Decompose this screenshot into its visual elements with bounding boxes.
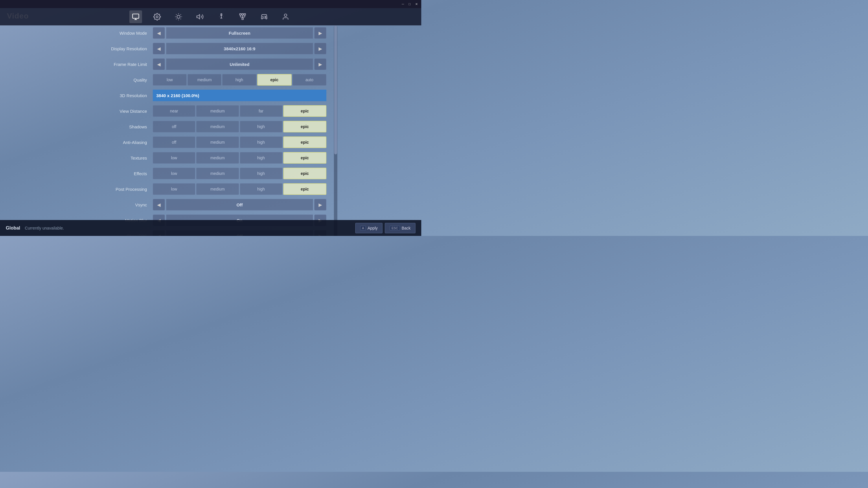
textures-btns-high-button[interactable]: high	[240, 152, 282, 164]
frame-rate-limit-label: Frame Rate Limit	[89, 62, 153, 67]
shadows-row: Shadows offmediumhighepic	[89, 119, 327, 134]
minimize-button[interactable]: ─	[401, 2, 405, 6]
maximize-button[interactable]: □	[407, 2, 412, 6]
quality-btns-epic-button[interactable]: epic	[257, 74, 292, 86]
nav-network[interactable]	[237, 10, 249, 23]
scrollbar[interactable]	[334, 26, 337, 236]
view-distance-btns-near-button[interactable]: near	[153, 105, 195, 117]
svg-line-11	[176, 19, 177, 19]
bottom-right: A Apply ESC Back	[355, 223, 415, 233]
quality-control: lowmediumhighepicauto	[153, 74, 327, 86]
view-distance-btns-far-button[interactable]: far	[240, 105, 282, 117]
textures-label: Textures	[89, 156, 153, 160]
frame-rate-limit-prev[interactable]: ◀	[153, 58, 165, 70]
anti-aliasing-btns-high-button[interactable]: high	[240, 136, 282, 148]
display-resolution-prev[interactable]: ◀	[153, 43, 165, 54]
svg-rect-16	[242, 13, 243, 15]
svg-point-14	[221, 13, 222, 15]
window-mode-prev[interactable]: ◀	[153, 27, 165, 39]
quality-label: Quality	[89, 77, 153, 83]
display-resolution-label: Display Resolution	[89, 46, 153, 51]
apply-button[interactable]: A Apply	[355, 223, 382, 233]
effects-btns-medium-button[interactable]: medium	[196, 168, 239, 179]
view-distance-btns-epic-button[interactable]: epic	[283, 105, 327, 117]
effects-btns-epic-button[interactable]: epic	[283, 168, 327, 179]
quality-btns-low-button[interactable]: low	[153, 74, 187, 86]
window-mode-row: Window Mode ◀ Fullscreen ▶	[89, 26, 327, 40]
svg-line-8	[181, 19, 181, 19]
nav-audio[interactable]	[193, 10, 206, 23]
effects-control: lowmediumhighepic	[153, 168, 327, 179]
quality-btns-medium-button[interactable]: medium	[187, 74, 221, 86]
frame-rate-limit-next[interactable]: ▶	[314, 58, 327, 70]
anti-aliasing-btns-epic-button[interactable]: epic	[283, 136, 327, 148]
shadows-btns-high-button[interactable]: high	[240, 121, 282, 132]
nav-settings[interactable]	[151, 10, 163, 23]
titlebar-controls: ─ □ ✕	[401, 2, 419, 6]
textures-control: lowmediumhighepic	[153, 152, 327, 164]
anti-aliasing-label: Anti-Aliasing	[89, 140, 153, 145]
back-button[interactable]: ESC Back	[385, 223, 415, 233]
effects-row: Effects lowmediumhighepic	[89, 166, 327, 181]
anti-aliasing-btns-medium-button[interactable]: medium	[196, 136, 239, 148]
nav-brightness[interactable]	[172, 10, 185, 23]
quality-btns-high-button[interactable]: high	[222, 74, 256, 86]
apply-key-badge: A	[360, 226, 366, 230]
textures-btns-low-button[interactable]: low	[153, 152, 195, 164]
anti-aliasing-row: Anti-Aliasing offmediumhighepic	[89, 135, 327, 150]
bottom-left: Global Currently unavailable.	[6, 226, 64, 231]
svg-rect-15	[240, 13, 241, 15]
svg-rect-17	[244, 13, 245, 15]
view-distance-btns-medium-button[interactable]: medium	[196, 105, 239, 117]
post-processing-btns-low-button[interactable]: low	[153, 183, 195, 195]
vsync-prev[interactable]: ◀	[153, 199, 165, 210]
nav-account[interactable]	[279, 10, 292, 23]
titlebar: ─ □ ✕	[0, 0, 421, 8]
apply-label: Apply	[368, 226, 378, 230]
resolution-3d-control: 3840 x 2160 (100.0%)	[153, 90, 327, 101]
shadows-btns-off-button[interactable]: off	[153, 121, 195, 132]
svg-marker-13	[197, 14, 199, 19]
display-resolution-control: ◀ 3840x2160 16:9 ▶	[153, 43, 327, 54]
settings-scroll: Window Mode ◀ Fullscreen ▶ Display Resol…	[89, 26, 332, 236]
post-processing-btns-medium-button[interactable]: medium	[196, 183, 239, 195]
textures-btns-medium-button[interactable]: medium	[196, 152, 239, 164]
display-resolution-next[interactable]: ▶	[314, 43, 327, 54]
shadows-btns-epic-button[interactable]: epic	[283, 121, 327, 132]
window-mode-label: Window Mode	[89, 31, 153, 36]
svg-rect-0	[132, 14, 139, 18]
window-mode-next[interactable]: ▶	[314, 27, 327, 39]
display-resolution-value: 3840x2160 16:9	[166, 43, 313, 54]
view-distance-label: View Distance	[89, 109, 153, 113]
post-processing-btns-high-button[interactable]: high	[240, 183, 282, 195]
shadows-btns-medium-button[interactable]: medium	[196, 121, 239, 132]
vsync-next[interactable]: ▶	[314, 199, 327, 210]
global-label: Global	[6, 226, 20, 231]
close-button[interactable]: ✕	[414, 2, 419, 6]
svg-point-4	[177, 15, 180, 18]
nav-accessibility[interactable]	[215, 10, 228, 23]
anti-aliasing-btns-off-button[interactable]: off	[153, 136, 195, 148]
post-processing-btns-epic-button[interactable]: epic	[283, 183, 327, 195]
back-key-badge: ESC	[390, 226, 400, 230]
scrollbar-thumb[interactable]	[334, 26, 337, 154]
resolution-3d-value: 3840 x 2160 (100.0%)	[153, 90, 327, 101]
back-label: Back	[402, 226, 410, 230]
effects-label: Effects	[89, 171, 153, 176]
effects-btns-low-button[interactable]: low	[153, 168, 195, 179]
shadows-label: Shadows	[89, 124, 153, 129]
display-resolution-row: Display Resolution ◀ 3840x2160 16:9 ▶	[89, 41, 327, 56]
quality-row: Quality lowmediumhighepicauto	[89, 72, 327, 87]
svg-point-25	[284, 14, 287, 17]
nav-gamepad[interactable]	[258, 10, 271, 23]
window-mode-value: Fullscreen	[166, 27, 313, 39]
post-processing-label: Post Processing	[89, 187, 153, 192]
frame-rate-limit-row: Frame Rate Limit ◀ Unlimited ▶	[89, 57, 327, 72]
resolution-3d-row: 3D Resolution 3840 x 2160 (100.0%)	[89, 88, 327, 103]
post-processing-row: Post Processing lowmediumhighepic	[89, 182, 327, 197]
quality-btns-auto-button[interactable]: auto	[292, 74, 327, 86]
textures-btns-epic-button[interactable]: epic	[283, 152, 327, 164]
nav-video[interactable]	[129, 10, 142, 23]
anti-aliasing-control: offmediumhighepic	[153, 136, 327, 148]
effects-btns-high-button[interactable]: high	[240, 168, 282, 179]
